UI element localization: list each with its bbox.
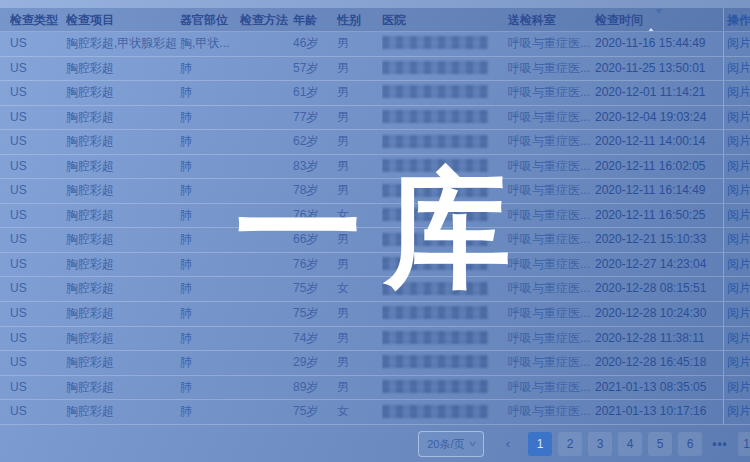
cell-hospital: [382, 106, 508, 130]
view-images-link[interactable]: 阅片: [727, 110, 750, 124]
cell-age: 57岁: [293, 57, 337, 81]
cell-gender: 男: [337, 253, 382, 277]
more-pages-button[interactable]: •••: [708, 432, 732, 456]
cell-organ: 肺: [180, 204, 240, 228]
cell-method: [240, 302, 293, 326]
cell-department: 呼吸与重症医...: [508, 400, 595, 424]
table-row: US 胸腔彩超 肺 62岁 男 呼吸与重症医... 2020-12-11 14:…: [0, 130, 750, 155]
hospital-redacted-block: [382, 85, 488, 98]
view-images-link[interactable]: 阅片: [727, 159, 750, 173]
page-button-3[interactable]: 3: [588, 432, 612, 456]
cell-age: 78岁: [293, 179, 337, 203]
cell-department: 呼吸与重症医...: [508, 130, 595, 154]
cell-department: 呼吸与重症医...: [508, 253, 595, 277]
cell-department: 呼吸与重症医...: [508, 376, 595, 400]
view-images-link[interactable]: 阅片: [727, 404, 750, 418]
column-header-exam-item: 检查项目: [66, 8, 180, 31]
cell-department: 呼吸与重症医...: [508, 155, 595, 179]
table-row: US 胸腔彩超 肺 29岁 男 呼吸与重症医... 2020-12-28 16:…: [0, 351, 750, 376]
view-images-link[interactable]: 阅片: [727, 134, 750, 148]
cell-exam-item: 胸腔彩超: [66, 204, 180, 228]
cell-exam-item: 胸腔彩超: [66, 228, 180, 252]
chevron-down-icon: ˅: [468, 439, 475, 449]
cell-exam-item: 胸腔彩超: [66, 302, 180, 326]
column-header-exam-time[interactable]: 检查时间: [595, 8, 723, 31]
page-button-5[interactable]: 5: [648, 432, 672, 456]
view-images-link[interactable]: 阅片: [727, 306, 750, 320]
cell-method: [240, 277, 293, 301]
cell-method: [240, 32, 293, 56]
cell-exam-time: 2020-12-28 10:24:30: [595, 302, 723, 326]
view-images-link[interactable]: 阅片: [727, 331, 750, 345]
table-row: US 胸腔彩超 肺 66岁 男 呼吸与重症医... 2020-12-21 15:…: [0, 228, 750, 253]
view-images-link[interactable]: 阅片: [727, 281, 750, 295]
cell-organ: 肺: [180, 81, 240, 105]
cell-method: [240, 179, 293, 203]
cell-hospital: [382, 130, 508, 154]
column-header-action: 操作: [723, 8, 750, 31]
table-row: US 胸腔彩超 肺 75岁 女 呼吸与重症医... 2021-01-13 10:…: [0, 400, 750, 425]
cell-exam-type: US: [10, 57, 66, 81]
cell-gender: 女: [337, 277, 382, 301]
cell-exam-type: US: [10, 155, 66, 179]
view-images-link[interactable]: 阅片: [727, 36, 750, 50]
page-size-select[interactable]: 20条/页 ˅: [418, 431, 484, 457]
hospital-redacted-block: [382, 184, 488, 197]
cell-hospital: [382, 81, 508, 105]
cell-method: [240, 57, 293, 81]
hospital-redacted-block: [382, 306, 488, 319]
cell-age: 75岁: [293, 302, 337, 326]
table-row: US 胸腔彩超 肺 75岁 男 呼吸与重症医... 2020-12-28 10:…: [0, 302, 750, 327]
cell-exam-time: 2020-11-25 13:50:01: [595, 57, 723, 81]
cell-gender: 男: [337, 155, 382, 179]
view-images-link[interactable]: 阅片: [727, 380, 750, 394]
cell-exam-item: 胸腔彩超: [66, 400, 180, 424]
cell-hospital: [382, 204, 508, 228]
cell-hospital: [382, 155, 508, 179]
view-images-link[interactable]: 阅片: [727, 183, 750, 197]
cell-method: [240, 228, 293, 252]
page-button-1[interactable]: 1: [528, 432, 552, 456]
table-row: US 胸腔彩超 肺 77岁 男 呼吸与重症医... 2020-12-04 19:…: [0, 106, 750, 131]
hospital-redacted-block: [382, 61, 488, 74]
cell-exam-type: US: [10, 106, 66, 130]
page-button-16[interactable]: 16: [738, 432, 750, 456]
cell-department: 呼吸与重症医...: [508, 57, 595, 81]
cell-method: [240, 351, 293, 375]
column-header-organ: 器官部位: [180, 8, 240, 31]
column-header-method: 检查方法: [240, 8, 293, 31]
hospital-redacted-block: [382, 233, 488, 246]
prev-page-button[interactable]: ‹: [500, 432, 516, 456]
cell-hospital: [382, 179, 508, 203]
view-images-link[interactable]: 阅片: [727, 257, 750, 271]
cell-age: 77岁: [293, 106, 337, 130]
page-number-list: 123456•••16: [528, 432, 750, 456]
page-button-4[interactable]: 4: [618, 432, 642, 456]
sort-ascending-icon[interactable]: [647, 9, 655, 31]
view-images-link[interactable]: 阅片: [727, 61, 750, 75]
view-images-link[interactable]: 阅片: [727, 85, 750, 99]
page-button-2[interactable]: 2: [558, 432, 582, 456]
cell-exam-type: US: [10, 32, 66, 56]
table-row: US 胸腔彩超 肺 74岁 男 呼吸与重症医... 2020-12-28 11:…: [0, 327, 750, 352]
cell-exam-time: 2020-12-11 16:50:25: [595, 204, 723, 228]
cell-exam-item: 胸腔彩超: [66, 130, 180, 154]
cell-hospital: [382, 302, 508, 326]
view-images-link[interactable]: 阅片: [727, 208, 750, 222]
cell-hospital: [382, 277, 508, 301]
cell-exam-item: 胸腔彩超: [66, 106, 180, 130]
cell-organ: 肺: [180, 376, 240, 400]
cell-gender: 男: [337, 81, 382, 105]
view-images-link[interactable]: 阅片: [727, 355, 750, 369]
cell-department: 呼吸与重症医...: [508, 204, 595, 228]
cell-gender: 男: [337, 228, 382, 252]
hospital-redacted-block: [382, 159, 488, 172]
cell-age: 29岁: [293, 351, 337, 375]
cell-exam-type: US: [10, 351, 66, 375]
view-images-link[interactable]: 阅片: [727, 232, 750, 246]
cell-exam-type: US: [10, 277, 66, 301]
hospital-redacted-block: [382, 331, 488, 344]
cell-gender: 女: [337, 400, 382, 424]
page-button-6[interactable]: 6: [678, 432, 702, 456]
exam-list-screen: 检查类型 检查项目 器官部位 检查方法 年龄 性别 医院 送检科室 检查时间 操…: [0, 0, 750, 462]
